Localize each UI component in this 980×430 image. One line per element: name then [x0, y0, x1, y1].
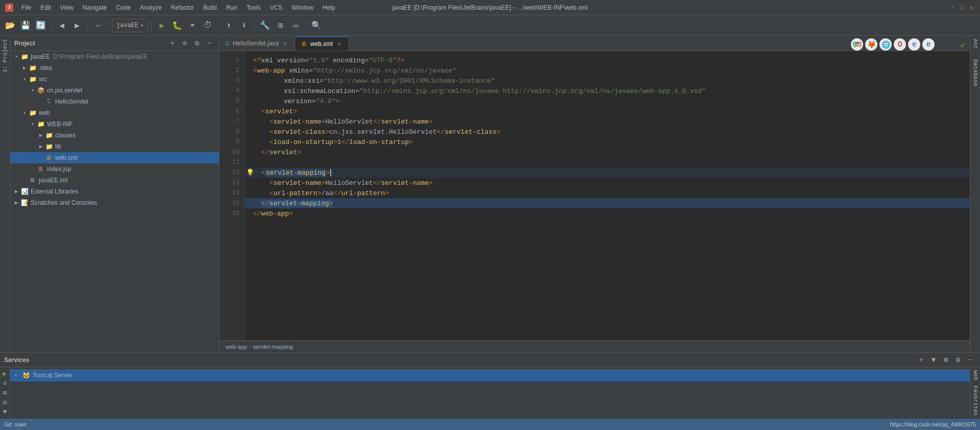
terminal-button[interactable]: ▭ — [288, 18, 303, 33]
minimize-panel-button[interactable]: − — [204, 38, 215, 49]
lib-arrow[interactable]: ▶ — [37, 142, 45, 151]
breadcrumb-part-2[interactable]: servlet-mapping — [253, 344, 293, 350]
services-filter3-button[interactable]: ▼ — [3, 409, 7, 416]
tree-root[interactable]: ▾ 📁 javaEE D:\Program Files\JetBrains\ja… — [10, 51, 219, 62]
vcs-button[interactable]: ⬆ — [222, 18, 236, 33]
services-tree-button[interactable]: ⊞ — [940, 354, 951, 366]
xml-tag-los: load-on-startup — [274, 138, 333, 146]
layout-button[interactable]: ⊞ — [273, 18, 287, 33]
helloservlet-tab-close[interactable]: ✕ — [282, 40, 288, 47]
tree-lib[interactable]: ▶ 📁 lib — [10, 141, 219, 152]
package-arrow[interactable]: ▾ — [29, 86, 37, 94]
vcs-update-button[interactable]: ⬇ — [237, 18, 251, 33]
xml-close-14a: > — [317, 189, 322, 197]
services-filter2-button[interactable]: ⊞ — [3, 389, 7, 397]
services-tomcat-item[interactable]: ▾ 🐱 Tomcat Server — [10, 369, 970, 381]
undo-button[interactable]: ↩ — [91, 18, 105, 33]
close-button[interactable]: ✕ — [968, 4, 975, 11]
web-arrow[interactable]: ▾ — [20, 109, 29, 117]
services-settings-button[interactable]: ⚙ — [952, 354, 964, 366]
safari-icon[interactable]: 🌐 — [879, 38, 892, 51]
services-add-button[interactable]: + — [916, 354, 927, 366]
save-button[interactable]: 💾 — [18, 18, 33, 33]
tree-idea[interactable]: ▶ 📁 .idea — [10, 62, 219, 74]
webinf-arrow[interactable]: ▾ — [29, 120, 37, 128]
tree-iml[interactable]: 🗎 javaEE.iml — [10, 175, 219, 186]
forward-button[interactable]: ▶ — [70, 18, 84, 33]
webxml-tab-close[interactable]: ✕ — [336, 40, 342, 48]
ant-strip-label[interactable]: Ant — [971, 36, 979, 52]
src-arrow[interactable]: ▾ — [20, 75, 29, 83]
database-strip-label[interactable]: Database — [971, 56, 979, 89]
debug-button[interactable]: 🐛 — [170, 18, 184, 33]
tree-ext-libs[interactable]: ▶ 📊 External Libraries — [10, 186, 219, 197]
web-strip-label[interactable]: Web — [971, 369, 979, 381]
menu-edit[interactable]: Edit — [36, 3, 55, 12]
coverage-button[interactable]: ☂ — [185, 18, 200, 33]
services-filter-button[interactable]: ▼ — [928, 354, 939, 366]
tree-indexjsp[interactable]: 🗎 index.jsp — [10, 163, 219, 175]
menu-code[interactable]: Code — [112, 3, 135, 12]
run-button[interactable]: ▶ — [155, 18, 169, 33]
webxml-label: web.xml — [55, 154, 78, 161]
line-num-11: 11 — [219, 157, 244, 168]
menu-file[interactable]: File — [17, 3, 35, 12]
menu-vcs[interactable]: VCS — [266, 3, 287, 12]
scroll-from-source-button[interactable]: ⊙ — [179, 38, 190, 49]
edge-icon[interactable]: e — [922, 38, 935, 51]
add-content-button[interactable]: + — [167, 38, 178, 49]
services-minimize-button[interactable]: − — [965, 354, 976, 366]
firefox-icon[interactable]: 🦊 — [865, 38, 877, 51]
services-sort-button[interactable]: ≡ — [3, 380, 7, 387]
tree-src[interactable]: ▾ 📁 src — [10, 74, 219, 85]
menu-window[interactable]: Window — [287, 3, 317, 12]
tab-webxml[interactable]: 🗎 web.xml ✕ — [295, 36, 349, 51]
menu-refactor[interactable]: Refactor — [167, 3, 198, 12]
minimize-button[interactable]: − — [949, 4, 957, 11]
favorites-strip-label[interactable]: Favorites — [971, 385, 979, 417]
project-strip-label[interactable]: 1: Project — [1, 36, 9, 76]
back-button[interactable]: ◀ — [55, 18, 69, 33]
idea-arrow[interactable]: ▶ — [20, 64, 29, 72]
root-arrow[interactable]: ▾ — [12, 53, 20, 61]
tree-webinf[interactable]: ▾ 📁 WEB-INF — [10, 118, 219, 130]
maximize-button[interactable]: □ — [959, 4, 966, 11]
tools-button[interactable]: 🔧 — [258, 18, 272, 33]
tomcat-arrow[interactable]: ▾ — [14, 372, 22, 378]
code-content[interactable]: <?xml version="1.0" encoding="UTF-8"?> <… — [245, 51, 970, 340]
code-editor[interactable]: 1 2 3 4 5 6 − 7 8 9 10 11 12 13 14 15 — [219, 51, 970, 340]
tree-package[interactable]: ▾ 📦 cn.jxs.servlet — [10, 85, 219, 96]
services-layout-button[interactable]: ⊟ — [3, 399, 7, 407]
menu-view[interactable]: View — [56, 3, 78, 12]
profile-button[interactable]: ⏱ — [201, 18, 215, 33]
tree-helloservlet[interactable]: C HelloServlet — [10, 96, 219, 107]
services-tab[interactable]: Services — [4, 356, 29, 364]
bulb-icon-12[interactable]: 💡 — [246, 169, 254, 177]
ie-icon[interactable]: e — [908, 38, 920, 51]
scratches-arrow[interactable]: ▶ — [12, 199, 20, 207]
tree-classes[interactable]: ▶ 📁 classes — [10, 130, 219, 141]
project-dropdown[interactable]: javaEE ▾ — [112, 19, 148, 32]
search-button[interactable]: 🔍 — [309, 18, 324, 33]
menu-run[interactable]: Run — [222, 3, 241, 12]
tree-scratches[interactable]: ▶ 📝 Scratches and Consoles — [10, 197, 219, 208]
chrome-icon[interactable] — [851, 38, 863, 51]
sync-button[interactable]: 🔄 — [34, 18, 48, 33]
tree-webxml[interactable]: 🗎 web.xml — [10, 152, 219, 163]
classes-arrow[interactable]: ▶ — [37, 131, 45, 139]
services-run-button[interactable]: ▶ — [3, 369, 7, 378]
menu-help[interactable]: Help — [318, 3, 339, 12]
xml-eq-4: = — [320, 77, 324, 85]
breadcrumb-part-1[interactable]: web-app — [226, 344, 247, 350]
menu-navigate[interactable]: Navigate — [79, 3, 111, 12]
menu-tools[interactable]: Tools — [242, 3, 265, 12]
ext-libs-arrow[interactable]: ▶ — [12, 187, 20, 196]
open-file-button[interactable]: 📂 — [3, 18, 17, 33]
menu-build[interactable]: Build — [199, 3, 221, 12]
opera-icon[interactable]: O — [894, 38, 906, 51]
tab-helloservlet[interactable]: C HelloServlet.java ✕ — [219, 36, 295, 51]
xml-close-13a: > — [321, 179, 325, 187]
tree-web[interactable]: ▾ 📁 web — [10, 107, 219, 118]
menu-analyze[interactable]: Analyze — [136, 3, 166, 12]
settings-button[interactable]: ⚙ — [191, 38, 203, 49]
